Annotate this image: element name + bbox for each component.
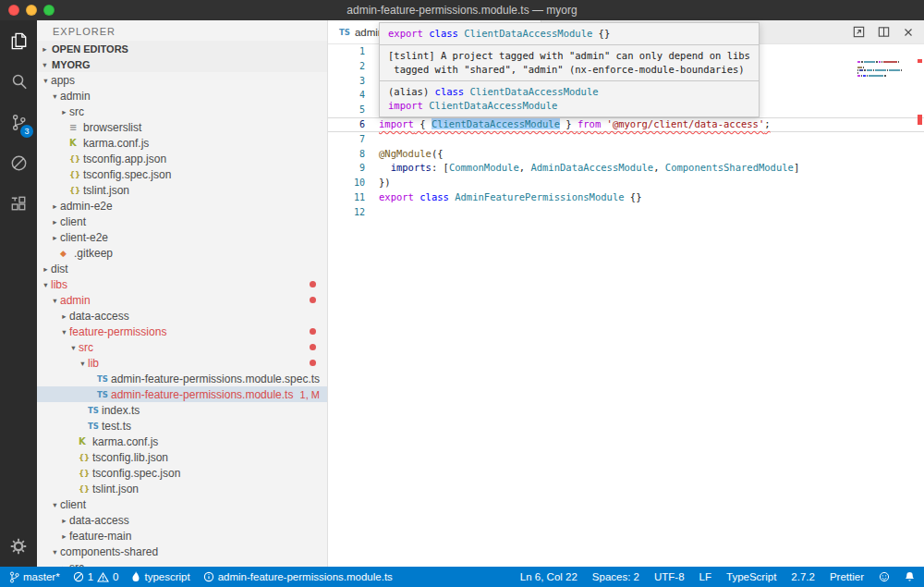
file-tsconfig.app.json[interactable]: {}tsconfig.app.json [37, 151, 327, 166]
status-encoding[interactable]: UTF-8 [652, 567, 687, 587]
file-browserslist[interactable]: ≡browserslist [37, 119, 327, 135]
activity-explorer[interactable] [0, 20, 37, 61]
code-area[interactable]: 123456import { ClientDataAccessModule } … [328, 44, 924, 567]
chevron-right-icon[interactable]: ▸ [41, 264, 51, 274]
minimap-token [857, 61, 860, 63]
minimap-token [887, 69, 888, 71]
code-line-10[interactable]: 10}) [328, 176, 924, 190]
chevron-right-icon[interactable]: ▸ [50, 217, 60, 226]
zoom-window-button[interactable] [43, 5, 55, 16]
activity-source-control[interactable]: 3 [0, 102, 37, 142]
section-myorg[interactable]: ▾ MYORG [37, 56, 327, 72]
file-admin-feature-permissions.module.ts[interactable]: TSadmin-feature-permissions.module.ts1, … [37, 386, 327, 402]
section-open-editors[interactable]: ▸ OPEN EDITORS [37, 41, 327, 56]
folder-lib[interactable]: ▾lib [37, 355, 327, 371]
chevron-down-icon[interactable]: ▾ [41, 76, 51, 85]
chevron-down-icon[interactable]: ▾ [59, 327, 69, 336]
folder-src[interactable]: ▸src [37, 104, 327, 119]
status-prettier[interactable]: Prettier [828, 567, 866, 587]
folder-data-access[interactable]: ▸data-access [37, 308, 327, 324]
folder-client-e2e[interactable]: ▸client-e2e [37, 229, 327, 245]
file-karma.conf.js[interactable]: Kkarma.conf.js [37, 434, 327, 449]
status-notifications[interactable] [903, 567, 917, 587]
chevron-right-icon[interactable]: ▸ [59, 312, 69, 321]
minimize-window-button[interactable] [26, 5, 37, 16]
file-tslint.json[interactable]: {}tslint.json [37, 182, 327, 198]
open-changes-icon[interactable] [852, 25, 866, 39]
status-git-branch[interactable]: master* [7, 567, 62, 587]
code-line-6[interactable]: 6import { ClientDataAccessModule } from … [328, 117, 924, 132]
code-line-7[interactable]: 7 [328, 132, 924, 147]
file-karma.conf.js[interactable]: Kkarma.conf.js [37, 135, 327, 151]
status-indentation[interactable]: Spaces: 2 [590, 567, 641, 587]
status-typescript-status[interactable]: typescript [129, 567, 191, 587]
line-number: 8 [328, 147, 365, 162]
chevron-down-icon[interactable]: ▾ [50, 547, 60, 556]
status-language-mode[interactable]: TypeScript [724, 567, 778, 587]
folder-admin[interactable]: ▾admin [37, 88, 327, 104]
chevron-down-icon[interactable]: ▾ [41, 280, 51, 289]
code-line-12[interactable]: 12 [328, 205, 924, 220]
error-dot [310, 328, 316, 335]
folder-feature-permissions[interactable]: ▾feature-permissions [37, 324, 327, 339]
folder-client[interactable]: ▾client [37, 496, 327, 512]
folder-apps[interactable]: ▾apps [37, 72, 327, 88]
chevron-down-icon[interactable]: ▾ [50, 92, 60, 101]
chevron-right-icon[interactable]: ▸ [59, 107, 69, 116]
folder-libs[interactable]: ▾libs [37, 276, 327, 292]
file-tsconfig.lib.json[interactable]: {}tsconfig.lib.json [37, 449, 327, 465]
close-editor-icon[interactable] [902, 26, 915, 39]
folder-feature-main[interactable]: ▸feature-main [37, 528, 327, 544]
file-test.ts[interactable]: TStest.ts [37, 418, 327, 434]
chevron-down-icon[interactable]: ▾ [68, 343, 79, 352]
minimap-token [883, 61, 897, 63]
folder-admin-e2e[interactable]: ▸admin-e2e [37, 198, 327, 214]
file-tsconfig.spec.json[interactable]: {}tsconfig.spec.json [37, 465, 327, 481]
chevron-right-icon[interactable]: ▸ [59, 516, 69, 525]
chevron-right-icon[interactable]: ▸ [50, 233, 60, 242]
status-ts-version[interactable]: 2.7.2 [789, 567, 817, 587]
status-problems[interactable]: 10 [71, 567, 121, 587]
chevron-right-icon[interactable]: ▸ [59, 532, 69, 541]
chevron-down-icon[interactable]: ▾ [50, 500, 60, 509]
json-file-icon: {} [69, 154, 83, 164]
minimap-token [867, 75, 868, 77]
file-tsconfig.spec.json[interactable]: {}tsconfig.spec.json [37, 166, 327, 182]
overview-ruler[interactable] [915, 44, 924, 567]
activity-bar-spacer [0, 224, 37, 526]
line-number: 10 [328, 176, 365, 190]
minimap[interactable] [857, 47, 907, 79]
minimap-line [857, 72, 907, 74]
folder-admin[interactable]: ▾admin [37, 292, 327, 308]
chevron-down-icon[interactable]: ▾ [78, 359, 88, 368]
code-line-9[interactable]: 9 imports: [CommonModule, AdminDataAcces… [328, 161, 924, 176]
json-file-icon: {} [69, 186, 83, 195]
chevron-right-icon[interactable]: ▸ [50, 202, 60, 211]
activity-debug[interactable] [0, 142, 37, 183]
status-eol[interactable]: LF [698, 567, 713, 587]
status-feedback[interactable] [877, 567, 892, 587]
code-line-8[interactable]: 8@NgModule({ [328, 147, 924, 162]
code-token: ClientDataAccessModule [429, 100, 557, 111]
folder-dist[interactable]: ▸dist [37, 261, 327, 276]
folder-src[interactable]: ▾src [37, 339, 327, 355]
code-line-11[interactable]: 11export class AdminFeaturePermissionsMo… [328, 190, 924, 205]
file-.gitkeep[interactable]: ◆.gitkeep [37, 245, 327, 261]
close-window-button[interactable] [8, 5, 19, 16]
file-admin-feature-permissions.module.spec.ts[interactable]: TSadmin-feature-permissions.module.spec.… [37, 371, 327, 386]
minimap-token [869, 75, 883, 77]
folder-data-access[interactable]: ▸data-access [37, 512, 327, 528]
code-token: } [560, 118, 578, 129]
file-index.ts[interactable]: TSindex.ts [37, 402, 327, 418]
file-tslint.json[interactable]: {}tslint.json [37, 481, 327, 496]
split-editor-icon[interactable] [877, 25, 891, 39]
activity-search[interactable] [0, 61, 37, 102]
folder-src[interactable]: ▸src [37, 559, 327, 567]
folder-components-shared[interactable]: ▾components-shared [37, 544, 327, 559]
activity-settings[interactable] [0, 526, 37, 567]
chevron-down-icon[interactable]: ▾ [50, 296, 60, 305]
status-cursor-position[interactable]: Ln 6, Col 22 [518, 567, 579, 587]
activity-extensions[interactable] [0, 183, 37, 224]
status-active-file-info[interactable]: admin-feature-permissions.module.ts [201, 567, 395, 587]
folder-client[interactable]: ▸client [37, 214, 327, 229]
